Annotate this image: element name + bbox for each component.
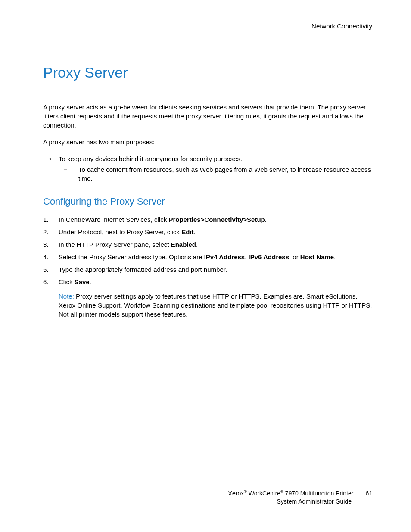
step-text: Click Save. [59, 277, 372, 286]
step-number: 6. [43, 277, 59, 286]
sub-bullet-text: To cache content from resources, such as… [78, 165, 372, 183]
list-item: 2. Under Protocol, next to Proxy Server,… [43, 227, 372, 236]
bullet-text: To keep any devices behind it anonymous … [59, 154, 372, 163]
step-number: 2. [43, 227, 59, 236]
footer-line-2: System Administrator Guide [228, 498, 372, 506]
intro-paragraph: A proxy server acts as a go-between for … [43, 103, 372, 130]
list-item: 4. Select the Proxy Server address type.… [43, 252, 372, 261]
step-number: 3. [43, 240, 59, 249]
footer-line-1: Xerox® WorkCentre® 7970 Multifunction Pr… [228, 489, 372, 498]
page-number: 61 [365, 489, 372, 498]
registered-icon: ® [280, 489, 283, 494]
bullet-list: • To keep any devices behind it anonymou… [47, 154, 372, 183]
numbered-list: 1. In CentreWare Internet Services, clic… [43, 215, 372, 286]
list-item: 5. Type the appropriately formatted addr… [43, 265, 372, 274]
list-item: • To keep any devices behind it anonymou… [47, 154, 372, 163]
step-text: Select the Proxy Server address type. Op… [59, 252, 372, 261]
note-label: Note: [59, 292, 74, 300]
dash-icon: − [64, 165, 78, 183]
list-item: 6. Click Save. [43, 277, 372, 286]
header-section-label: Network Connectivity [43, 22, 372, 30]
step-text: Under Protocol, next to Proxy Server, cl… [59, 227, 372, 236]
step-number: 4. [43, 252, 59, 261]
note-text: Proxy server settings apply to features … [59, 292, 372, 318]
page-title: Proxy Server [43, 64, 372, 81]
step-text: In CentreWare Internet Services, click P… [59, 215, 372, 224]
step-text: In the HTTP Proxy Server pane, select En… [59, 240, 372, 249]
list-item: − To cache content from resources, such … [64, 165, 372, 183]
bullet-icon: • [47, 154, 59, 163]
step-number: 1. [43, 215, 59, 224]
registered-icon: ® [244, 489, 247, 494]
list-item: 3. In the HTTP Proxy Server pane, select… [43, 240, 372, 249]
section-subtitle: Configuring the Proxy Server [43, 196, 372, 207]
step-text: Type the appropriately formatted address… [59, 265, 372, 274]
note-block: Note: Proxy server settings apply to fea… [59, 292, 372, 319]
step-number: 5. [43, 265, 59, 274]
list-item: 1. In CentreWare Internet Services, clic… [43, 215, 372, 224]
purposes-lead: A proxy server has two main purposes: [43, 137, 372, 146]
page-footer: Xerox® WorkCentre® 7970 Multifunction Pr… [228, 489, 372, 506]
